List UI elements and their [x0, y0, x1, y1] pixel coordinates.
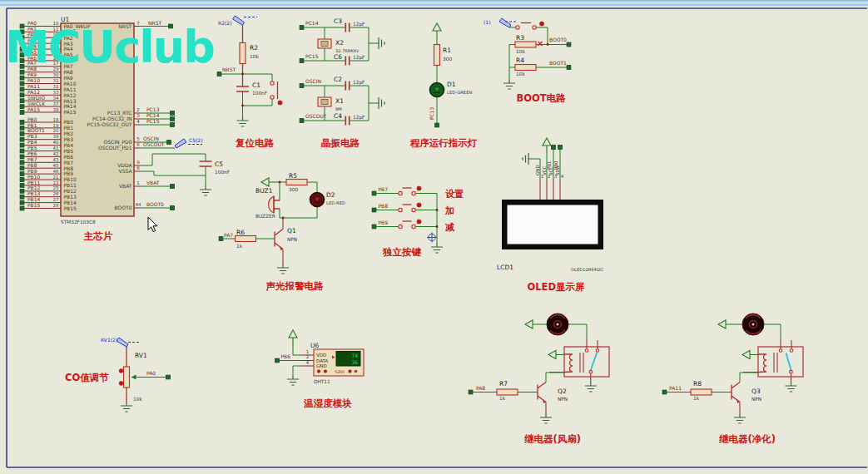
keys-circuit[interactable]: PB7设置PB8加PB9减 独立按键 — [372, 186, 464, 258]
net-label: PB7 — [379, 186, 389, 192]
boot-circuit[interactable]: (1) R3 10k BOOT0 R4 10k BOOT1 B — [484, 18, 571, 104]
crystal-x1[interactable] — [318, 97, 331, 106]
key-rows[interactable]: PB7设置PB8加PB9减 — [372, 186, 464, 233]
voltage-probe-icon[interactable] — [175, 139, 186, 148]
potentiometer-rv1[interactable] — [124, 367, 130, 388]
pin-number: 30 — [53, 72, 59, 77]
buzzer[interactable] — [269, 196, 280, 213]
terminal — [20, 111, 24, 115]
voltage-probe-icon[interactable] — [499, 18, 511, 27]
boot-button[interactable] — [516, 22, 544, 29]
terminal — [300, 119, 304, 123]
resistor-r7[interactable] — [497, 389, 518, 395]
alarm-circuit[interactable]: R5 300 BUZ1 BUZZER D2 LED-RED PA7 R6 1k — [219, 172, 345, 292]
net-label: PA0 — [146, 370, 156, 376]
ground-symbol — [503, 79, 515, 89]
indicator-dot[interactable] — [324, 370, 327, 373]
led-green[interactable] — [430, 83, 444, 97]
pin-number: 4 — [306, 360, 310, 365]
resistor-r8[interactable] — [691, 389, 712, 395]
oled-circuit[interactable]: PB1 PB0 GND VCC SCL SDA 1 2 3 4 LCD1 OLE… — [497, 138, 604, 293]
terminal — [552, 146, 556, 150]
pot-circuit[interactable]: RV1(2) RV1 PA0 10k CO值调节 — [65, 337, 170, 412]
relay-core — [774, 353, 777, 373]
button-actuator[interactable] — [539, 22, 543, 26]
voltage-probe-icon[interactable] — [233, 16, 245, 25]
transistor-q2[interactable] — [538, 383, 546, 404]
capacitor-c4[interactable] — [345, 116, 349, 126]
reset-circuit[interactable]: R2(2) R2 10k NRST C1 100nF 复位电路 — [217, 16, 282, 149]
dht11-module[interactable]: 1 2 4 VDD DATA GND 74 36 %RH — [306, 349, 364, 376]
capacitor-c6[interactable] — [345, 57, 349, 66]
ground-symbol — [369, 37, 384, 49]
r8-ref: R8 — [693, 380, 702, 388]
resistor-r2[interactable] — [240, 43, 246, 64]
relay-purify[interactable] — [758, 338, 803, 377]
ground-symbol — [540, 413, 552, 423]
terminal — [20, 76, 24, 80]
contact — [779, 349, 782, 353]
net-label: PC13 — [146, 106, 160, 112]
c1-ref: C1 — [252, 81, 260, 89]
voltage-probe-icon[interactable] — [117, 338, 128, 347]
fan-motor[interactable] — [547, 314, 568, 335]
boot-probe-label: (1) — [484, 19, 491, 25]
terminal — [300, 84, 304, 88]
resistor-r3[interactable] — [515, 42, 536, 47]
button-actuator[interactable] — [278, 101, 282, 105]
net-label: PA15 — [27, 106, 40, 112]
indicator-dot[interactable] — [349, 370, 352, 373]
resistor-r4[interactable] — [515, 65, 536, 71]
relay-purify-circuit[interactable]: PA11 R8 1k Q3 NPN 继电器(净化) — [662, 314, 803, 445]
capacitor-c2[interactable] — [345, 81, 349, 91]
junction-dot — [547, 43, 549, 46]
schematic-canvas[interactable]: U1 STM32F103C8 主芯片 PA010PA0_WKUPPA111PA1… — [0, 0, 868, 474]
run-indicator-circuit[interactable]: R1 300 D1 LED-GREEN PC13 程序运行指示灯 — [409, 23, 478, 149]
c5-probe-label: C5(2) — [189, 137, 203, 143]
capacitor-c5[interactable] — [200, 161, 212, 166]
terminal — [166, 375, 171, 379]
terminal — [20, 137, 24, 141]
pot-adjust-up[interactable] — [119, 369, 123, 373]
pin-number: 5 — [136, 136, 140, 141]
r7-ref: R7 — [499, 380, 508, 388]
chip-model: STM32F103C8 — [61, 220, 96, 225]
resistor-r5[interactable] — [286, 180, 307, 185]
resistor-r1[interactable] — [434, 45, 440, 66]
relay-fan[interactable] — [564, 338, 609, 377]
indicator-dot[interactable] — [317, 370, 320, 373]
key-actuator[interactable] — [417, 186, 421, 190]
power-arrow-icon — [742, 351, 750, 359]
chip-pin-name: BOOT0 — [115, 205, 132, 210]
capacitor-c1[interactable] — [236, 86, 249, 91]
pin-number: 9 — [136, 160, 140, 165]
resistor-r6[interactable] — [236, 236, 256, 242]
terminal — [171, 117, 175, 121]
key-actuator[interactable] — [417, 220, 421, 224]
r1-val: 300 — [443, 57, 452, 62]
oled-display[interactable] — [502, 200, 603, 249]
indicator-dot-dim[interactable] — [355, 370, 358, 373]
relay-core — [580, 353, 583, 373]
pin-number: 38 — [53, 107, 59, 112]
purifier-motor[interactable] — [742, 314, 764, 335]
pot-adjust-down[interactable] — [119, 382, 123, 386]
ground-symbol — [277, 264, 289, 274]
transistor-q3[interactable] — [732, 383, 740, 404]
net-label: PB15 — [27, 202, 41, 208]
crystal-circuit[interactable]: PC14 PC15 C3 12pF X2 32.768KHz C6 12pF O… — [300, 17, 384, 149]
relay-coil — [564, 354, 573, 373]
junction-dot — [279, 181, 281, 184]
led-red[interactable] — [310, 193, 325, 207]
section-label-alarm: 声光报警电路 — [266, 280, 325, 292]
oled-pin-number: 4 — [561, 174, 564, 179]
ground-symbol — [734, 413, 746, 423]
key-actuator[interactable] — [417, 203, 421, 207]
crystal-x2[interactable] — [318, 39, 331, 48]
relay-fan-circuit[interactable]: PA8 R7 1k Q2 NPN 继电器(风扇) — [469, 314, 609, 445]
transistor-q1[interactable] — [275, 230, 283, 251]
dht11-circuit[interactable]: PB6 U6 1 2 4 VDD DATA GND 74 36 %RH — [275, 330, 364, 409]
terminal — [171, 111, 175, 116]
net-label: PC14 — [305, 20, 319, 26]
capacitor-c3[interactable] — [345, 23, 349, 32]
